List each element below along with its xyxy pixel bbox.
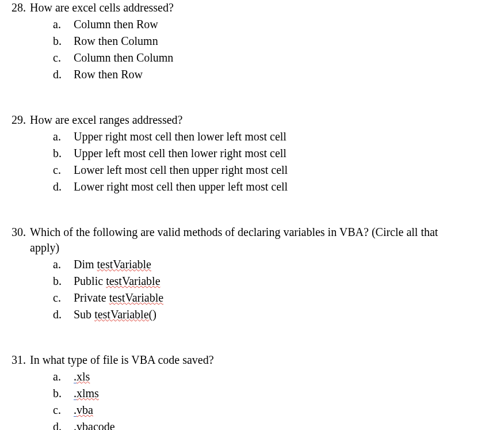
- option-text: Sub testVariable(): [74, 307, 156, 322]
- option-b: b. .xlms: [53, 386, 492, 401]
- option-text: Public testVariable: [74, 273, 161, 289]
- option-a: a. Column then Row: [53, 17, 492, 32]
- question-28: 28. How are excel cells addressed? a. Co…: [12, 0, 492, 82]
- spellcheck-squiggle: testVariable: [97, 258, 151, 271]
- spellcheck-squiggle: vbacode: [77, 420, 115, 430]
- option-b: b. Row then Column: [53, 33, 492, 49]
- question-text: 29. How are excel ranges addressed?: [12, 112, 492, 128]
- option-text: Private testVariable: [74, 290, 163, 306]
- option-c: c. Column then Column: [53, 50, 492, 66]
- option-text: .vbacode: [74, 419, 115, 430]
- spellcheck-squiggle: xlms: [77, 387, 99, 399]
- options-list: a. Upper right most cell then lower left…: [12, 129, 492, 195]
- option-marker: a.: [53, 17, 74, 32]
- option-text: Column then Column: [74, 50, 173, 66]
- option-d: d. Lower right most cell then upper left…: [53, 179, 492, 195]
- option-marker: d.: [53, 307, 74, 322]
- question-body: How are excel ranges addressed?: [30, 112, 182, 128]
- option-text: .xls: [74, 369, 90, 385]
- option-marker: b.: [53, 33, 74, 49]
- spellcheck-squiggle: xls: [77, 370, 90, 383]
- options-list: a. Dim testVariable b. Public testVariab…: [12, 257, 492, 322]
- option-text: Dim testVariable: [74, 257, 151, 272]
- question-text: 28. How are excel cells addressed?: [12, 0, 492, 16]
- option-marker: c.: [53, 162, 74, 178]
- option-text: Lower left most cell then upper right mo…: [74, 162, 288, 178]
- option-d: d. Sub testVariable(): [53, 307, 492, 322]
- spellcheck-squiggle: vba: [77, 404, 93, 416]
- option-text: Row then Row: [74, 67, 143, 82]
- question-30: 30. Which of the following are valid met…: [12, 224, 492, 322]
- question-body: In what type of file is VBA code saved?: [30, 352, 214, 368]
- option-marker: a.: [53, 257, 74, 272]
- option-marker: c.: [53, 50, 74, 66]
- spellcheck-squiggle: testVariable(: [94, 308, 152, 321]
- option-marker: a.: [53, 369, 74, 385]
- option-a: a. Upper right most cell then lower left…: [53, 129, 492, 144]
- option-marker: c.: [53, 402, 74, 418]
- option-text: Lower right most cell then upper left mo…: [74, 179, 288, 195]
- option-text: .xlms: [74, 386, 99, 401]
- option-b: b. Upper left most cell then lower right…: [53, 146, 492, 161]
- option-d: d. Row then Row: [53, 67, 492, 82]
- spellcheck-squiggle: testVariable: [106, 275, 160, 287]
- spellcheck-squiggle: testVariable: [109, 291, 163, 304]
- option-marker: b.: [53, 273, 74, 289]
- option-d: d. .vbacode: [53, 419, 492, 430]
- option-text: Column then Row: [74, 17, 158, 32]
- options-list: a. Column then Row b. Row then Column c.…: [12, 17, 492, 82]
- option-marker: d.: [53, 179, 74, 195]
- question-29: 29. How are excel ranges addressed? a. U…: [12, 112, 492, 195]
- question-text: 30. Which of the following are valid met…: [12, 224, 492, 256]
- question-body-cont: apply): [12, 240, 492, 256]
- question-31: 31. In what type of file is VBA code sav…: [12, 352, 492, 430]
- option-a: a. .xls: [53, 369, 492, 385]
- question-number: 28.: [12, 0, 30, 16]
- option-marker: d.: [53, 67, 74, 82]
- option-text: Upper right most cell then lower left mo…: [74, 129, 287, 144]
- options-list: a. .xls b. .xlms c. .vba d. .vbacode: [12, 369, 492, 430]
- option-marker: c.: [53, 290, 74, 306]
- question-number: 30.: [12, 224, 30, 240]
- question-number: 31.: [12, 352, 30, 368]
- option-c: c. Private testVariable: [53, 290, 492, 306]
- option-marker: a.: [53, 129, 74, 144]
- question-body: Which of the following are valid methods…: [30, 224, 438, 240]
- question-text: 31. In what type of file is VBA code sav…: [12, 352, 492, 368]
- option-c: c. .vba: [53, 402, 492, 418]
- question-body: How are excel cells addressed?: [30, 0, 174, 16]
- option-marker: b.: [53, 386, 74, 401]
- option-marker: b.: [53, 146, 74, 161]
- option-marker: d.: [53, 419, 74, 430]
- option-a: a. Dim testVariable: [53, 257, 492, 272]
- option-c: c. Lower left most cell then upper right…: [53, 162, 492, 178]
- option-text: .vba: [74, 402, 93, 418]
- option-text: Upper left most cell then lower right mo…: [74, 146, 287, 161]
- question-number: 29.: [12, 112, 30, 128]
- option-text: Row then Column: [74, 33, 158, 49]
- option-b: b. Public testVariable: [53, 273, 492, 289]
